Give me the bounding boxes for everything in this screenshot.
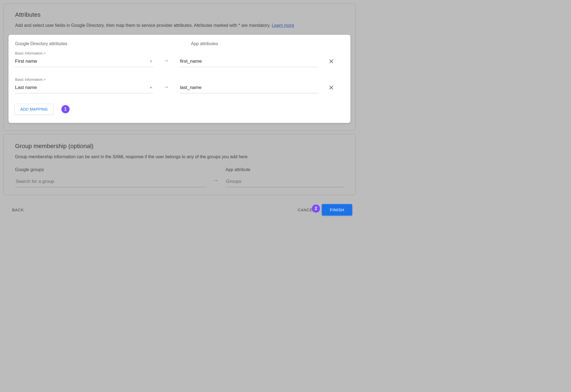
group-membership-description: Group membership information can be sent… bbox=[15, 154, 344, 160]
learn-more-link[interactable]: Learn more bbox=[272, 23, 294, 28]
footer-row: BACK CANCEL 2 FINISH bbox=[0, 198, 359, 221]
group-app-attribute-label: App attribute bbox=[225, 167, 344, 172]
google-attr-col: Basic Information > Last name ▼ bbox=[15, 77, 153, 93]
mapping-header-row: Google Directory attributes App attribut… bbox=[15, 41, 344, 46]
group-membership-title: Group membership (optional) bbox=[15, 143, 344, 150]
google-attr-dropdown[interactable]: First name ▼ bbox=[15, 57, 153, 67]
arrow-right-icon: → bbox=[153, 84, 179, 93]
attributes-desc-text: Add and select user fields in Google Dir… bbox=[15, 23, 272, 28]
arrow-right-icon: → bbox=[153, 57, 179, 67]
google-groups-label: Google groups bbox=[15, 167, 206, 172]
mapping-row: Basic Information > First name ▼ → bbox=[15, 51, 344, 67]
group-search-input[interactable] bbox=[15, 177, 206, 187]
google-attr-col: Basic Information > First name ▼ bbox=[15, 51, 153, 67]
chevron-down-icon: ▼ bbox=[149, 59, 153, 63]
app-attr-input[interactable] bbox=[179, 57, 318, 67]
arrow-right-icon: → bbox=[206, 167, 225, 187]
back-button[interactable]: BACK bbox=[12, 207, 24, 212]
mapping-card: Google Directory attributes App attribut… bbox=[8, 35, 350, 123]
dropdown-value: Last name bbox=[15, 85, 37, 90]
mapping-row: Basic Information > Last name ▼ → bbox=[15, 77, 344, 93]
field-prefix: Basic Information > bbox=[15, 51, 153, 55]
attributes-description: Add and select user fields in Google Dir… bbox=[15, 22, 344, 29]
group-membership-panel: Group membership (optional) Group member… bbox=[3, 134, 356, 195]
callout-badge-2: 2 bbox=[312, 204, 320, 213]
app-attr-col bbox=[179, 83, 318, 93]
app-attr-input[interactable] bbox=[179, 83, 318, 93]
google-attr-dropdown[interactable]: Last name ▼ bbox=[15, 83, 153, 93]
chevron-down-icon: ▼ bbox=[149, 86, 153, 90]
group-app-attr-input[interactable] bbox=[225, 177, 344, 187]
attributes-title: Attributes bbox=[15, 11, 344, 18]
callout-badge-1: 1 bbox=[61, 105, 70, 113]
close-icon[interactable] bbox=[328, 58, 334, 65]
add-mapping-row: ADD MAPPING 1 bbox=[15, 104, 344, 115]
attributes-panel: Attributes Add and select user fields in… bbox=[3, 3, 356, 131]
group-app-attr-col: App attribute bbox=[225, 167, 344, 187]
app-attr-col bbox=[179, 57, 318, 67]
google-groups-col: Google groups bbox=[15, 167, 206, 187]
dropdown-value: First name bbox=[15, 59, 37, 64]
finish-button[interactable]: FINISH bbox=[322, 204, 352, 216]
field-prefix: Basic Information > bbox=[15, 77, 153, 82]
google-directory-header: Google Directory attributes bbox=[15, 41, 179, 46]
add-mapping-button[interactable]: ADD MAPPING bbox=[15, 104, 54, 115]
group-columns: Google groups → App attribute bbox=[15, 167, 344, 187]
close-icon[interactable] bbox=[328, 85, 334, 92]
app-attributes-header: App attributes bbox=[179, 41, 344, 46]
